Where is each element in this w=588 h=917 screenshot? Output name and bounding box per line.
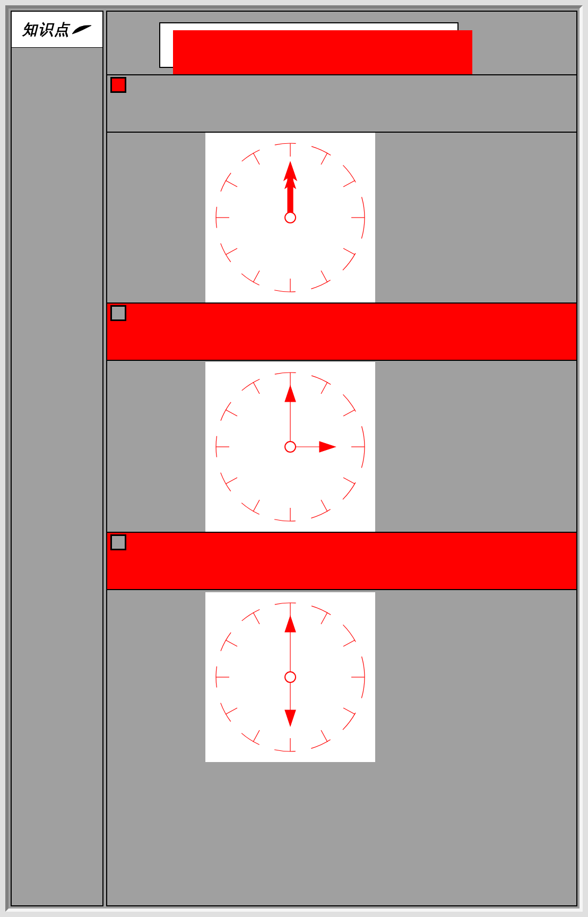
svg-line-40	[321, 730, 327, 742]
svg-point-15	[285, 212, 296, 223]
svg-line-46	[253, 612, 260, 624]
svg-line-37	[343, 640, 355, 646]
svg-line-21	[343, 478, 355, 484]
section-bar-1	[107, 74, 576, 133]
app-frame: 知识点	[5, 5, 583, 912]
sidebar: 知识点	[11, 11, 103, 906]
svg-marker-48	[285, 616, 296, 632]
svg-line-3	[343, 180, 355, 187]
svg-line-43	[226, 708, 237, 714]
svg-line-28	[253, 382, 260, 394]
svg-marker-50	[285, 710, 296, 726]
svg-line-2	[321, 153, 327, 165]
clock-panel-2	[205, 362, 375, 532]
sidebar-header: 知识点	[12, 12, 102, 48]
svg-line-5	[343, 248, 355, 255]
svg-marker-30	[285, 386, 296, 402]
svg-line-12	[253, 153, 260, 165]
bullet-icon	[110, 77, 126, 93]
bullet-icon	[110, 534, 126, 550]
svg-line-19	[343, 410, 355, 416]
svg-line-18	[321, 382, 327, 394]
svg-line-11	[226, 180, 237, 187]
svg-line-9	[226, 248, 237, 255]
clock-3	[205, 592, 375, 762]
svg-point-33	[285, 442, 296, 452]
svg-marker-32	[319, 442, 335, 452]
svg-line-22	[321, 500, 327, 512]
svg-point-51	[285, 672, 296, 682]
clock-panel-3	[205, 592, 375, 762]
svg-line-36	[321, 612, 327, 624]
clock-panel-1	[205, 133, 375, 302]
bullet-icon	[110, 305, 126, 321]
svg-line-8	[253, 271, 260, 282]
title-box	[173, 30, 472, 76]
main-panel	[106, 11, 577, 906]
sidebar-title: 知识点	[22, 20, 70, 40]
svg-line-27	[226, 410, 237, 416]
brush-stroke-icon	[71, 22, 92, 37]
svg-line-39	[343, 708, 355, 714]
svg-line-42	[253, 730, 260, 742]
svg-line-25	[226, 478, 237, 484]
svg-line-6	[321, 271, 327, 282]
clock-1	[205, 133, 375, 302]
section-bar-2	[107, 302, 576, 361]
section-bar-3	[107, 532, 576, 590]
svg-line-45	[226, 640, 237, 646]
svg-line-24	[253, 500, 260, 512]
clock-2	[205, 362, 375, 532]
